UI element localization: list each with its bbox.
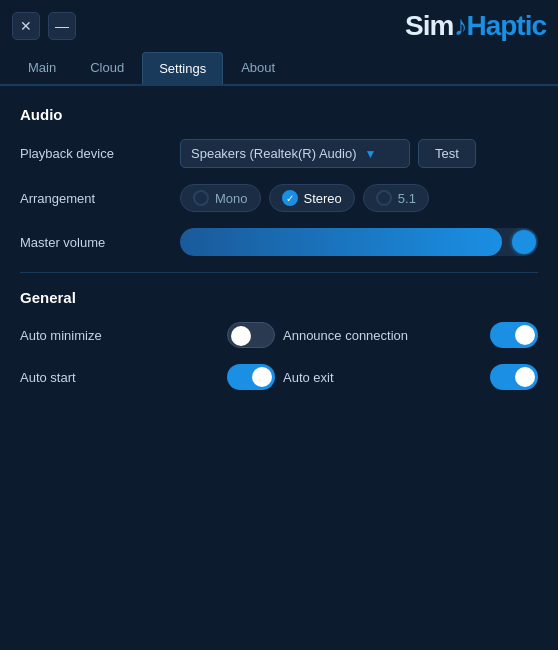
auto-minimize-label: Auto minimize — [20, 328, 102, 343]
playback-device-value: Speakers (Realtek(R) Audio) — [191, 146, 356, 161]
auto-start-item: Auto start — [20, 364, 275, 390]
app-logo: Sim♪Haptic — [405, 10, 546, 42]
volume-fill — [180, 228, 502, 256]
announce-connection-knob — [515, 325, 535, 345]
logo-haptic-text: Haptic — [466, 10, 546, 41]
auto-exit-toggle[interactable] — [490, 364, 538, 390]
tab-settings[interactable]: Settings — [142, 52, 223, 84]
auto-start-toggle[interactable] — [227, 364, 275, 390]
section-divider — [20, 272, 538, 273]
volume-thumb — [512, 230, 536, 254]
master-volume-row: Master volume — [20, 228, 538, 256]
arrangement-surround[interactable]: 5.1 — [363, 184, 429, 212]
surround-radio-dot — [376, 190, 392, 206]
mono-radio-dot — [193, 190, 209, 206]
general-section-header: General — [20, 289, 538, 306]
playback-device-label: Playback device — [20, 146, 180, 161]
tab-about[interactable]: About — [225, 52, 291, 84]
tab-cloud[interactable]: Cloud — [74, 52, 140, 84]
auto-exit-label: Auto exit — [283, 370, 334, 385]
arrangement-row: Arrangement Mono ✓ Stereo 5.1 — [20, 184, 538, 212]
logo-sim-text: Sim — [405, 10, 453, 41]
dropdown-arrow-icon: ▼ — [364, 147, 376, 161]
window-controls: ✕ — — [12, 12, 76, 40]
test-button[interactable]: Test — [418, 139, 476, 168]
tab-main[interactable]: Main — [12, 52, 72, 84]
playback-device-controls: Speakers (Realtek(R) Audio) ▼ Test — [180, 139, 538, 168]
announce-connection-item: Announce connection — [283, 322, 538, 348]
arrangement-mono[interactable]: Mono — [180, 184, 261, 212]
main-content: Audio Playback device Speakers (Realtek(… — [0, 86, 558, 410]
minimize-button[interactable]: — — [48, 12, 76, 40]
logo-wave-icon: ♪ — [453, 10, 466, 41]
announce-connection-label: Announce connection — [283, 328, 408, 343]
master-volume-label: Master volume — [20, 235, 180, 250]
stereo-radio-dot: ✓ — [282, 190, 298, 206]
tab-bar: Main Cloud Settings About — [0, 52, 558, 86]
auto-minimize-toggle[interactable] — [227, 322, 275, 348]
titlebar: ✕ — Sim♪Haptic — [0, 0, 558, 52]
auto-minimize-knob — [231, 326, 251, 346]
mono-label: Mono — [215, 191, 248, 206]
auto-exit-knob — [515, 367, 535, 387]
auto-start-label: Auto start — [20, 370, 76, 385]
arrangement-label: Arrangement — [20, 191, 180, 206]
arrangement-controls: Mono ✓ Stereo 5.1 — [180, 184, 538, 212]
stereo-label: Stereo — [304, 191, 342, 206]
general-grid: Auto minimize Announce connection Auto s… — [20, 322, 538, 390]
auto-exit-item: Auto exit — [283, 364, 538, 390]
volume-slider[interactable] — [180, 228, 538, 256]
playback-device-dropdown[interactable]: Speakers (Realtek(R) Audio) ▼ — [180, 139, 410, 168]
auto-start-knob — [252, 367, 272, 387]
announce-connection-toggle[interactable] — [490, 322, 538, 348]
close-button[interactable]: ✕ — [12, 12, 40, 40]
general-section: General Auto minimize Announce connectio… — [20, 289, 538, 390]
arrangement-stereo[interactable]: ✓ Stereo — [269, 184, 355, 212]
audio-section-header: Audio — [20, 106, 538, 123]
surround-label: 5.1 — [398, 191, 416, 206]
auto-minimize-item: Auto minimize — [20, 322, 275, 348]
playback-device-row: Playback device Speakers (Realtek(R) Aud… — [20, 139, 538, 168]
